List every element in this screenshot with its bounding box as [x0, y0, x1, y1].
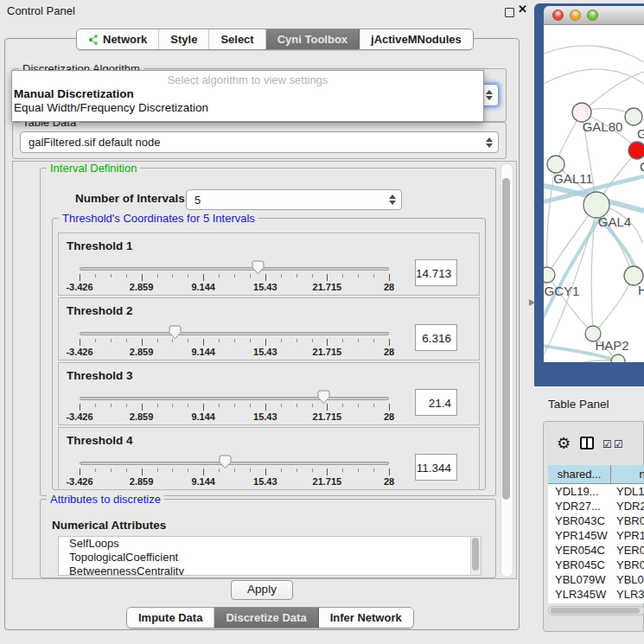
- cell-shared-name: YLR345W: [555, 587, 609, 602]
- network-node-label: C: [640, 159, 644, 174]
- interval-definition-group: Interval Definition Number of Intervals …: [40, 168, 496, 496]
- number-of-intervals-combo[interactable]: 5: [186, 189, 402, 210]
- threshold-2-value-field[interactable]: 6.316: [415, 324, 457, 351]
- table-hscrollbar[interactable]: [548, 606, 644, 615]
- slider-ticks: [80, 274, 389, 281]
- numerical-attributes-label: Numerical Attributes: [52, 519, 166, 532]
- attribute-item-selfloops[interactable]: SelfLoops: [59, 537, 481, 551]
- cell-name: YBL0: [616, 572, 644, 587]
- gear-icon[interactable]: ⚙: [557, 434, 571, 453]
- threshold-4-slider-track[interactable]: [80, 462, 389, 465]
- tick-label: 15.43: [239, 476, 291, 487]
- apply-button[interactable]: Apply: [231, 580, 293, 600]
- network-edge[interactable]: [544, 360, 618, 362]
- threshold-1-value-field[interactable]: 14.713: [415, 259, 457, 286]
- table-row[interactable]: YBL079WYBL0: [548, 572, 644, 587]
- network-canvas[interactable]: GAL80GACGAL11GAL4GCY1HHAP2: [544, 25, 644, 362]
- tick-mark: [234, 274, 235, 277]
- table-row[interactable]: YBR043CYBR0: [548, 513, 644, 528]
- tab-style[interactable]: Style: [159, 29, 209, 49]
- network-node-label: GAL11: [553, 171, 593, 186]
- threshold-4-value-field[interactable]: 11.344: [415, 454, 457, 481]
- table-row[interactable]: YPR145WYPR1: [548, 528, 644, 543]
- float-panel-icon[interactable]: [505, 8, 514, 17]
- algorithm-option-manual-discretization[interactable]: Manual Discretization: [12, 86, 483, 100]
- checkbox-icon[interactable]: ☑: [614, 438, 623, 450]
- cell-name: YPR1: [616, 528, 644, 543]
- table-row[interactable]: YBR045CYBR0: [548, 558, 644, 572]
- network-window-titlebar[interactable]: [544, 6, 644, 25]
- tab-network[interactable]: Network: [77, 29, 159, 49]
- tick-mark: [80, 469, 80, 475]
- table-hscrollbar-thumb[interactable]: [551, 608, 640, 614]
- number-of-intervals-label: Number of Intervals: [75, 192, 185, 205]
- table-row[interactable]: YDR27...YDR2: [548, 499, 644, 513]
- cell-shared-name: YER054C: [555, 543, 609, 558]
- table-data-combo[interactable]: galFiltered.sif default node: [20, 131, 499, 153]
- cell-name: YDL1: [616, 484, 644, 499]
- minimize-window-icon[interactable]: [570, 10, 581, 21]
- close-panel-icon[interactable]: ✕: [518, 3, 527, 16]
- panel-scrollbar-thumb[interactable]: [502, 178, 510, 500]
- attributes-group-title: Attributes to discretize: [47, 493, 164, 506]
- tick-mark: [296, 274, 297, 277]
- algorithm-dropdown-popup: Select algorithm to view settings Manual…: [11, 70, 484, 122]
- network-edge[interactable]: [544, 46, 644, 62]
- network-edge[interactable]: [595, 276, 634, 332]
- algorithm-option-equal-width-frequency-discretization[interactable]: Equal Width/Frequency Discretization: [12, 100, 483, 114]
- tick-mark: [172, 404, 173, 407]
- column-layout-icon[interactable]: [580, 437, 594, 450]
- checkbox-icon[interactable]: ☑: [603, 438, 612, 450]
- tab-infer-network[interactable]: Infer Network: [319, 608, 413, 628]
- threshold-3-slider-track[interactable]: [80, 397, 389, 400]
- zoom-window-icon[interactable]: [587, 10, 598, 21]
- table-row[interactable]: YER054CYER0: [548, 543, 644, 558]
- tab-cyni-toolbox[interactable]: Cyni Toolbox: [266, 29, 360, 49]
- column-header-shared[interactable]: shared...: [548, 465, 611, 484]
- numerical-attributes-list[interactable]: SelfLoopsTopologicalCoefficientBetweenne…: [58, 536, 481, 576]
- tick-mark: [142, 404, 143, 411]
- attribute-item-topologicalcoefficient[interactable]: TopologicalCoefficient: [59, 551, 481, 564]
- tick-label: 9.144: [177, 476, 229, 487]
- tab-label-cyni-toolbox: Cyni Toolbox: [277, 33, 348, 46]
- tick-mark: [296, 469, 297, 472]
- table-row[interactable]: YDL19...YDL1: [548, 484, 644, 499]
- tick-label: 28: [363, 282, 415, 292]
- table-row[interactable]: YLR345WYLR3: [548, 587, 644, 602]
- cell-shared-name: YBR045C: [555, 558, 609, 572]
- tick-mark: [219, 274, 220, 277]
- close-window-icon[interactable]: [552, 10, 564, 21]
- threshold-2-slider-track[interactable]: [80, 332, 389, 335]
- tick-mark: [342, 404, 343, 407]
- list-scrollbar-thumb[interactable]: [472, 538, 479, 571]
- tick-mark: [265, 469, 266, 475]
- tick-mark: [342, 339, 343, 342]
- column-header-n[interactable]: n: [611, 465, 644, 484]
- panel-scrollbar[interactable]: [501, 163, 513, 577]
- tick-mark: [265, 339, 266, 346]
- tab-select[interactable]: Select: [209, 29, 265, 49]
- tick-mark: [126, 339, 127, 342]
- network-node-ga[interactable]: [625, 108, 642, 125]
- network-node-c[interactable]: [628, 142, 644, 159]
- network-node-gcy1[interactable]: [544, 267, 555, 283]
- network-edge[interactable]: [544, 69, 644, 84]
- network-node-gal11[interactable]: [547, 156, 564, 173]
- table-panel: ⚙ ☑ ☑ shared...nYDL19...YDL1YDR27...YDR2…: [543, 421, 644, 632]
- tick-mark: [142, 469, 143, 475]
- tick-mark: [111, 274, 112, 277]
- list-scrollbar[interactable]: [470, 537, 481, 575]
- tab-jactivemnodules[interactable]: jActiveMNodules: [360, 29, 473, 49]
- table-row[interactable]: YIL052CYIL0: [548, 602, 644, 603]
- tick-label: 2.859: [116, 347, 168, 357]
- tick-mark: [342, 469, 343, 472]
- tick-mark: [373, 339, 374, 342]
- tick-label: 28: [363, 411, 415, 422]
- attribute-item-betweennesscentrality[interactable]: BetweennessCentrality: [59, 564, 481, 576]
- tab-discretize-data[interactable]: Discretize Data: [214, 608, 318, 628]
- slider-tick-labels: -3.4262.8599.14415.4321.71528: [80, 347, 389, 357]
- tab-impute-data[interactable]: Impute Data: [127, 608, 214, 628]
- network-node[interactable]: [611, 354, 625, 362]
- threshold-1-slider-track[interactable]: [80, 267, 389, 271]
- threshold-3-value-field[interactable]: 21.4: [415, 389, 457, 416]
